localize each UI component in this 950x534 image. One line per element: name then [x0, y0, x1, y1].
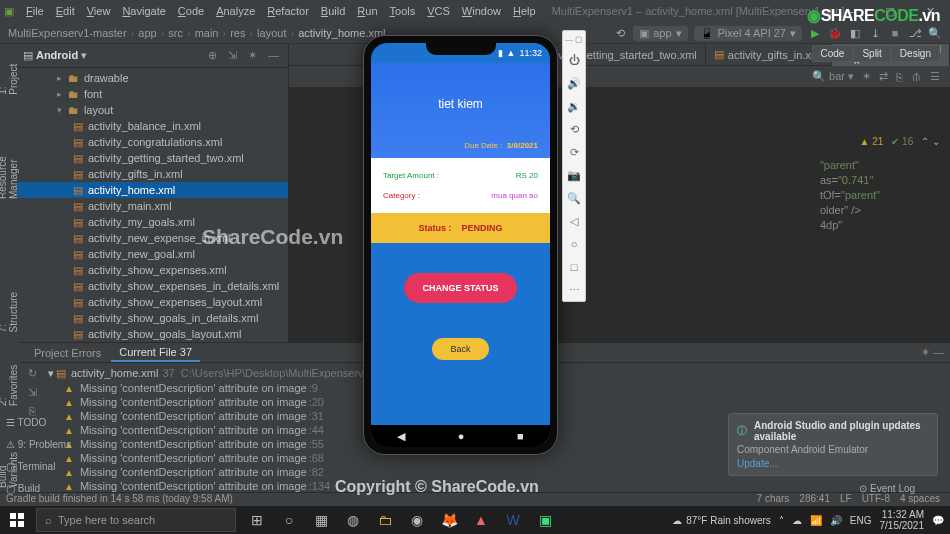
hide-icon[interactable]: —	[268, 49, 282, 63]
update-notification[interactable]: ⓘAndroid Studio and plugin updates avail…	[728, 413, 938, 476]
view-design[interactable]: Design	[891, 45, 940, 62]
device-combo[interactable]: 📱 Pixel 4 API 27 ▾	[694, 26, 803, 41]
breadcrumb-file[interactable]: activity_home.xml	[298, 27, 385, 39]
menu-analyze[interactable]: Analyze	[210, 3, 261, 19]
gutter-favorites[interactable]: 2: Favorites	[0, 354, 20, 410]
task-icon[interactable]: ▦	[306, 506, 336, 534]
locate-icon[interactable]: ⊕	[208, 49, 222, 63]
search-pill[interactable]: 🔍 bar ▾	[812, 70, 854, 83]
tree-file[interactable]: ▤activity_show_goals_in_details.xml	[17, 310, 288, 326]
tree-file[interactable]: ▤activity_home.xml	[17, 182, 288, 198]
problems-tab-project[interactable]: Project Errors	[26, 345, 109, 361]
project-mode[interactable]: ▤ Android ▾	[23, 49, 87, 62]
explorer-icon[interactable]: 🗀	[370, 506, 400, 534]
ok-count[interactable]: ✔ 16	[891, 136, 913, 147]
tree-folder[interactable]: ▸🖿drawable	[17, 70, 288, 86]
tray-volume-icon[interactable]: 🔊	[830, 515, 842, 526]
gutter-structure[interactable]: 7: Structure	[0, 281, 20, 336]
bottom-tool[interactable]: ▢ Terminal	[6, 461, 105, 472]
menu-build[interactable]: Build	[315, 3, 351, 19]
run-icon[interactable]: ▶	[808, 26, 822, 40]
tray-wifi-icon[interactable]: 📶	[810, 515, 822, 526]
zoom-icon[interactable]: 🔍	[567, 191, 581, 205]
tree-file[interactable]: ▤activity_my_goals.xml	[17, 214, 288, 230]
sync-icon[interactable]: ⟲	[613, 26, 627, 40]
power-icon[interactable]: ⏻	[567, 53, 581, 67]
problem-item[interactable]: ▲Missing 'contentDescription' attribute …	[44, 479, 950, 492]
crumb-seg[interactable]: MultiExpenserv1-master	[8, 27, 127, 39]
tray-cloud-icon[interactable]: ☁	[792, 515, 802, 526]
tree-file[interactable]: ▤activity_getting_started_two.xml	[17, 150, 288, 166]
word-icon[interactable]: W	[498, 506, 528, 534]
gutter-resource[interactable]: Resource Manager	[0, 117, 20, 203]
update-link[interactable]: Update...	[737, 458, 929, 469]
attach-icon[interactable]: ⤓	[868, 26, 882, 40]
tree-file[interactable]: ▤activity_new_expense_in.xml	[17, 230, 288, 246]
firefox-icon[interactable]: 🦊	[434, 506, 464, 534]
tray-lang[interactable]: ENG	[850, 515, 872, 526]
view-code[interactable]: Code	[812, 45, 854, 62]
crumb-seg[interactable]: layout	[257, 27, 286, 39]
volume-down-icon[interactable]: 🔉	[567, 99, 581, 113]
tree-file[interactable]: ▤activity_show_expenses.xml	[17, 262, 288, 278]
gutter-project[interactable]: 1: Project	[0, 52, 20, 99]
task-view-icon[interactable]: ⊞	[242, 506, 272, 534]
back-icon[interactable]: ◁	[567, 214, 581, 228]
warn-count[interactable]: ▲ 21	[860, 136, 884, 147]
menu-file[interactable]: File	[20, 3, 50, 19]
tree-file[interactable]: ▤activity_show_goals_layout.xml	[17, 326, 288, 342]
menu-tools[interactable]: Tools	[384, 3, 422, 19]
overview-icon[interactable]: □	[567, 260, 581, 274]
rotate-right-icon[interactable]: ⟳	[567, 145, 581, 159]
camera-icon[interactable]: 📷	[567, 168, 581, 182]
profile-icon[interactable]: ◧	[848, 26, 862, 40]
tree-file[interactable]: ▤activity_show_expenses_in_details.xml	[17, 278, 288, 294]
tree-file[interactable]: ▤activity_congratulations.xml	[17, 134, 288, 150]
more-icon[interactable]: ⋯	[567, 283, 581, 297]
tree-file[interactable]: ▤activity_gifts_in.xml	[17, 166, 288, 182]
bottom-tool[interactable]: ⚠ 9: Problems	[6, 439, 105, 450]
menu-run[interactable]: Run	[351, 3, 383, 19]
settings-icon[interactable]: ✶	[248, 49, 262, 63]
chrome-icon[interactable]: ◉	[402, 506, 432, 534]
menu-code[interactable]: Code	[172, 3, 210, 19]
android-studio-icon[interactable]: ▣	[530, 506, 560, 534]
cortana-icon[interactable]: ○	[274, 506, 304, 534]
collapse-icon[interactable]: ⇲	[228, 49, 242, 63]
crumb-seg[interactable]: res	[230, 27, 245, 39]
menu-help[interactable]: Help	[507, 3, 542, 19]
run-config-combo[interactable]: ▣ app ▾	[633, 26, 687, 41]
tree-file[interactable]: ▤activity_main.xml	[17, 198, 288, 214]
menu-navigate[interactable]: Navigate	[116, 3, 171, 19]
stop-icon[interactable]: ■	[888, 26, 902, 40]
menu-refactor[interactable]: Refactor	[261, 3, 315, 19]
menu-view[interactable]: View	[81, 3, 117, 19]
rotate-left-icon[interactable]: ⟲	[567, 122, 581, 136]
home-icon[interactable]: ○	[567, 237, 581, 251]
problems-tab-current[interactable]: Current File 37	[111, 344, 200, 362]
obs-icon[interactable]: ◍	[338, 506, 368, 534]
crumb-seg[interactable]: src	[168, 27, 183, 39]
tree-file[interactable]: ▤activity_balance_in.xml	[17, 118, 288, 134]
taskbar-search[interactable]: ⌕Type here to search	[36, 508, 236, 532]
tray-chevron[interactable]: ˄	[779, 515, 784, 526]
tree-folder[interactable]: ▾🖿layout	[17, 102, 288, 118]
menu-edit[interactable]: Edit	[50, 3, 81, 19]
volume-up-icon[interactable]: 🔊	[567, 76, 581, 90]
tree-file[interactable]: ▤activity_new_goal.xml	[17, 246, 288, 262]
crumb-seg[interactable]: app	[138, 27, 156, 39]
weather-widget[interactable]: ☁87°F Rain showers	[672, 515, 771, 526]
start-button[interactable]	[0, 506, 34, 534]
view-split[interactable]: Split	[853, 45, 890, 62]
git-icon[interactable]: ⎇	[908, 26, 922, 40]
back-button[interactable]: Back	[432, 338, 488, 360]
change-status-button[interactable]: CHANGE STATUS	[404, 273, 516, 303]
menu-window[interactable]: Window	[456, 3, 507, 19]
crumb-seg[interactable]: main	[195, 27, 219, 39]
vlc-icon[interactable]: ▲	[466, 506, 496, 534]
tray-clock[interactable]: 11:32 AM7/15/2021	[880, 509, 925, 531]
menu-vcs[interactable]: VCS	[421, 3, 456, 19]
tree-file[interactable]: ▤activity_show_expenses_layout.xml	[17, 294, 288, 310]
debug-icon[interactable]: 🐞	[828, 26, 842, 40]
problems-hide[interactable]: ✶ —	[921, 346, 944, 359]
